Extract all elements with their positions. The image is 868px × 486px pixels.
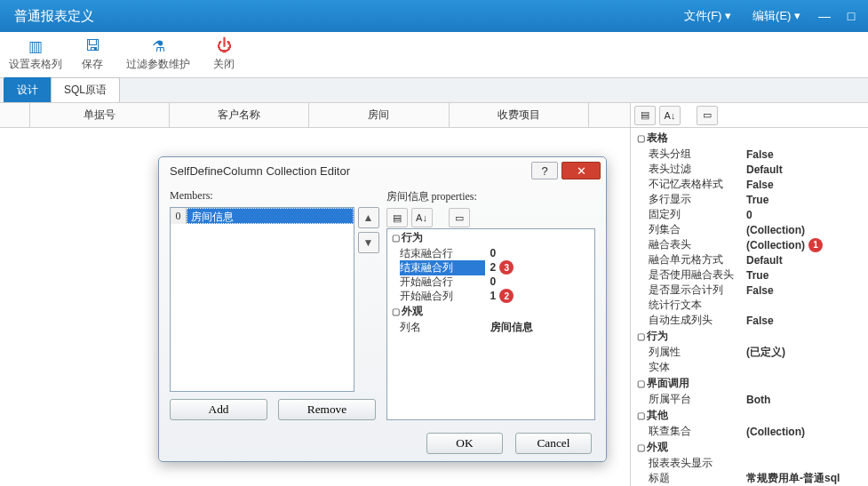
prop-key: 联查集合 [649, 424, 741, 439]
tab-sql[interactable]: SQL原语 [51, 77, 120, 102]
row-selector-header[interactable] [0, 103, 30, 127]
propgrid-row[interactable]: 表头过滤Default [631, 162, 868, 177]
prop-value[interactable]: 房间信息 [485, 320, 593, 335]
annotation-badge: 3 [499, 260, 514, 275]
minimize-button[interactable]: — [811, 3, 838, 29]
propgrid-row[interactable]: 多行显示True [631, 192, 868, 207]
propgrid-category[interactable]: ▢表格 [631, 130, 868, 147]
inner-alpha-button[interactable]: A↓ [411, 208, 433, 227]
propgrid-category[interactable]: ▢行为 [387, 229, 595, 246]
set-columns-button[interactable]: ▥ 设置表格列 [9, 37, 62, 72]
propgrid-row[interactable]: 开始融合列12 [387, 289, 595, 303]
propgrid-row[interactable]: 融合单元格方式Default [631, 252, 868, 267]
cancel-button[interactable]: Cancel [515, 433, 592, 454]
prop-value[interactable]: True [741, 269, 866, 282]
save-button[interactable]: 🖫 保存 [66, 37, 119, 72]
propgrid-row[interactable]: 报表表头显示 [631, 456, 868, 471]
prop-value[interactable]: Default [741, 163, 866, 176]
propgrid-row[interactable]: 结束融合列23 [387, 260, 595, 275]
expand-icon[interactable]: ▢ [635, 410, 645, 420]
prop-value[interactable]: False [741, 148, 866, 161]
dialog-close-button[interactable]: ✕ [561, 162, 601, 179]
ok-button[interactable]: OK [426, 433, 503, 454]
propgrid-row[interactable]: 自动生成列头False [631, 313, 868, 328]
propgrid-row[interactable]: 结束融合行0 [387, 246, 595, 260]
filter-params-button[interactable]: ⚗ 过滤参数维护 [123, 37, 194, 72]
propgrid-row[interactable]: 固定列0 [631, 207, 868, 222]
property-pages-button[interactable]: ▭ [697, 106, 718, 125]
prop-value[interactable]: False [741, 179, 866, 191]
propgrid-category[interactable]: ▢外观 [387, 303, 595, 320]
col-header[interactable]: 单据号 [30, 103, 170, 127]
add-button[interactable]: Add [170, 399, 267, 420]
propgrid-category[interactable]: ▢其他 [631, 407, 868, 424]
expand-icon[interactable]: ▢ [635, 378, 645, 388]
alpha-view-button[interactable]: A↓ [659, 106, 681, 125]
propgrid-row[interactable]: 实体 [631, 360, 868, 375]
expand-icon[interactable]: ▢ [635, 442, 645, 452]
dialog-help-button[interactable]: ? [531, 162, 558, 179]
prop-key: 列属性 [649, 345, 741, 360]
prop-key: 开始融合行 [400, 275, 485, 290]
propgrid-row[interactable]: 列属性(已定义) [631, 345, 868, 360]
prop-value[interactable]: 常规费用单-普通sql [741, 471, 866, 486]
propgrid-row[interactable]: 联查集合(Collection) [631, 424, 868, 439]
propgrid-row[interactable]: 表头分组False [631, 147, 868, 162]
remove-button[interactable]: Remove [278, 399, 376, 420]
propgrid-row[interactable]: 列名房间信息 [387, 320, 595, 334]
propgrid-row[interactable]: 所属平台Both [631, 392, 868, 407]
expand-icon[interactable]: ▢ [635, 331, 645, 341]
propgrid-category[interactable]: ▢行为 [631, 328, 868, 345]
prop-key: 表头分组 [649, 147, 741, 162]
propgrid-row[interactable]: 不记忆表格样式False [631, 177, 868, 192]
prop-value[interactable]: 12 [485, 289, 593, 303]
prop-value[interactable]: (Collection) [741, 426, 866, 438]
member-item[interactable]: 0 房间信息 [171, 208, 354, 224]
move-up-button[interactable]: ▲ [358, 207, 379, 228]
propgrid-category[interactable]: ▢外观 [631, 439, 868, 456]
propgrid-toolbar: ▤ A↓ ▭ [631, 103, 868, 128]
propgrid-row[interactable]: 是否使用融合表头True [631, 267, 868, 283]
menu-file[interactable]: 文件(F) ▾ [673, 3, 742, 29]
col-header[interactable]: 客户名称 [170, 103, 309, 127]
prop-value[interactable]: 0 [741, 209, 866, 221]
prop-value[interactable]: True [741, 194, 866, 206]
propgrid-row[interactable]: 列集合(Collection) [631, 222, 868, 237]
propgrid-row[interactable]: 融合表头(Collection)1 [631, 237, 868, 252]
members-label: Members: [170, 189, 379, 203]
propgrid-row[interactable]: 统计行文本 [631, 298, 868, 313]
expand-icon[interactable]: ▢ [390, 233, 400, 243]
prop-value[interactable]: Default [741, 254, 866, 267]
prop-value[interactable]: (Collection) [741, 224, 866, 236]
prop-value[interactable]: False [741, 284, 866, 297]
move-down-button[interactable]: ▼ [358, 232, 379, 253]
maximize-button[interactable]: □ [838, 3, 864, 29]
propgrid-category[interactable]: ▢界面调用 [631, 375, 868, 392]
col-header[interactable]: 房间 [309, 103, 449, 127]
prop-key: 自动生成列头 [649, 313, 741, 328]
columns-icon: ▥ [9, 37, 62, 55]
close-button[interactable]: ⏻ 关闭 [197, 37, 251, 72]
propgrid-row[interactable]: 是否显示合计列False [631, 283, 868, 298]
categorized-view-button[interactable]: ▤ [634, 106, 656, 125]
prop-value[interactable]: (Collection)1 [741, 238, 866, 252]
prop-value[interactable]: Both [741, 394, 866, 406]
prop-value[interactable]: 23 [485, 260, 593, 275]
prop-value[interactable]: 0 [485, 275, 593, 288]
members-listbox[interactable]: 0 房间信息 [170, 207, 354, 392]
expand-icon[interactable]: ▢ [635, 133, 645, 143]
prop-value[interactable]: (已定义) [741, 345, 866, 360]
inner-categorized-button[interactable]: ▤ [386, 208, 408, 227]
inner-pages-button[interactable]: ▭ [449, 208, 470, 227]
propgrid-row[interactable]: 标题常规费用单-普通sql [631, 471, 868, 486]
save-icon: 🖫 [66, 37, 119, 55]
propgrid-row[interactable]: 开始融合行0 [387, 275, 595, 289]
prop-value[interactable]: False [741, 315, 866, 327]
dialog-titlebar[interactable]: SelfDefineColumn Collection Editor ? ✕ [159, 157, 606, 184]
col-header[interactable]: 收费项目 [450, 103, 589, 127]
power-icon: ⏻ [197, 37, 251, 55]
prop-value[interactable]: 0 [485, 247, 593, 259]
expand-icon[interactable]: ▢ [390, 307, 400, 316]
menu-edit[interactable]: 编辑(E) ▾ [742, 3, 811, 29]
tab-design[interactable]: 设计 [4, 77, 52, 102]
